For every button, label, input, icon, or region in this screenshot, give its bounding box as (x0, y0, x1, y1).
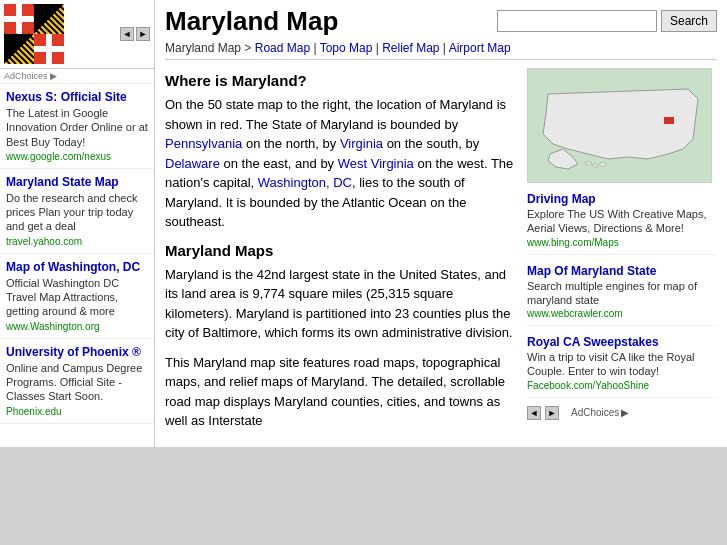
sidebar-item-map-of-washington-dc-link[interactable]: Map of Washington, DC (6, 260, 140, 274)
link-washington-dc[interactable]: Washington, DC (258, 175, 352, 190)
sidebar-next-arrow[interactable]: ► (136, 27, 150, 41)
breadcrumb-road-map[interactable]: Road Map (255, 41, 310, 55)
main-content: Maryland Map Search Maryland Map > Road … (155, 0, 727, 447)
right-ad-map-of-maryland-url: www.webcrawler.com (527, 308, 717, 319)
breadcrumb-topo-map[interactable]: Topo Map (320, 41, 373, 55)
search-area: Search (497, 10, 717, 32)
link-delaware[interactable]: Delaware (165, 156, 220, 171)
svg-marker-32 (543, 89, 698, 159)
breadcrumb-prefix: Maryland Map > (165, 41, 255, 55)
maryland-maps-body: Maryland is the 42nd largest state in th… (165, 265, 517, 343)
ad-choices-label[interactable]: AdChoices (4, 71, 48, 81)
where-is-maryland-body: On the 50 state map to the right, the lo… (165, 95, 517, 232)
breadcrumb: Maryland Map > Road Map | Topo Map | Rel… (165, 41, 717, 60)
sidebar-item-nexus-s: Nexus S: Official Site The Latest in Goo… (0, 84, 154, 169)
sidebar-item-map-of-washington-dc: Map of Washington, DC Official Washingto… (0, 254, 154, 339)
right-ad-royal-ca-link[interactable]: Royal CA Sweepstakes (527, 335, 659, 349)
right-ad-choices-label[interactable]: AdChoices (571, 407, 619, 418)
right-ad-map-of-maryland-link[interactable]: Map Of Maryland State (527, 264, 656, 278)
ad-info-icon[interactable]: ▶ (50, 71, 57, 81)
link-west-virginia[interactable]: West Virginia (338, 156, 414, 171)
right-ad-driving-map-desc: Explore The US With Creative Maps, Aeria… (527, 207, 717, 236)
content-area: Where is Maryland? On the 50 state map t… (165, 68, 717, 441)
where-is-maryland-heading: Where is Maryland? (165, 72, 517, 89)
right-ad-driving-map: Driving Map Explore The US With Creative… (527, 191, 717, 255)
sidebar-item-university-of-phoenix-link[interactable]: University of Phoenix ® (6, 345, 141, 359)
right-ad-driving-map-link[interactable]: Driving Map (527, 192, 596, 206)
breadcrumb-relief-map[interactable]: Relief Map (382, 41, 439, 55)
right-ad-driving-map-url: www.bing.com/Maps (527, 237, 717, 248)
right-ad-map-of-maryland: Map Of Maryland State Search multiple en… (527, 263, 717, 327)
svg-rect-2 (4, 16, 34, 22)
sidebar-item-map-of-washington-dc-url: www.Washington.org (6, 321, 148, 332)
link-pennsylvania[interactable]: Pennsylvania (165, 136, 242, 151)
right-ad-info-icon[interactable]: ▶ (621, 407, 629, 418)
right-ad-royal-ca-url: Facebook.com/YahooShine (527, 380, 717, 391)
right-column: Driving Map Explore The US With Creative… (527, 68, 717, 441)
right-ad-royal-ca: Royal CA Sweepstakes Win a trip to visit… (527, 334, 717, 398)
maryland-flag (4, 4, 64, 64)
sidebar-item-maryland-state-map: Maryland State Map Do the research and c… (0, 169, 154, 254)
sidebar-item-nexus-s-desc: The Latest in Google Innovation Order On… (6, 106, 148, 149)
text-column: Where is Maryland? On the 50 state map t… (165, 68, 517, 441)
sidebar-nav-arrows: ◄ ► (120, 27, 150, 41)
svg-rect-37 (600, 163, 606, 166)
search-input[interactable] (497, 10, 657, 32)
right-ad-map-of-maryland-desc: Search multiple engines for map of maryl… (527, 279, 717, 308)
sidebar-item-university-of-phoenix: University of Phoenix ® Online and Campu… (0, 339, 154, 424)
us-map-svg (528, 69, 711, 182)
sidebar-ad-choices: AdChoices ▶ (0, 69, 154, 84)
sidebar-item-nexus-s-link[interactable]: Nexus S: Official Site (6, 90, 127, 104)
svg-rect-30 (34, 46, 64, 52)
sidebar-item-map-of-washington-dc-desc: Official Washington DC Travel Map Attrac… (6, 276, 148, 319)
sidebar-prev-arrow[interactable]: ◄ (120, 27, 134, 41)
right-ad-choices: AdChoices ▶ (571, 407, 629, 418)
search-button[interactable]: Search (661, 10, 717, 32)
maryland-maps-heading: Maryland Maps (165, 242, 517, 259)
sidebar: ◄ ► AdChoices ▶ Nexus S: Official Site T… (0, 0, 155, 447)
sidebar-item-maryland-state-map-link[interactable]: Maryland State Map (6, 175, 119, 189)
sidebar-item-maryland-state-map-desc: Do the research and check prices Plan yo… (6, 191, 148, 234)
sidebar-item-maryland-state-map-url: travel.yahoo.com (6, 236, 148, 247)
svg-rect-36 (593, 164, 597, 167)
right-ad-royal-ca-desc: Win a trip to visit CA like the Royal Co… (527, 350, 717, 379)
right-ad-nav: ◄ ► AdChoices ▶ (527, 406, 717, 420)
main-header: Maryland Map Search (165, 6, 717, 37)
sidebar-item-university-of-phoenix-desc: Online and Campus Degree Programs. Offic… (6, 361, 148, 404)
sidebar-logo: ◄ ► (0, 0, 154, 69)
sidebar-item-nexus-s-url: www.google.com/nexus (6, 151, 148, 162)
sidebar-item-university-of-phoenix-url: Phoenix.edu (6, 406, 148, 417)
svg-rect-33 (664, 117, 674, 124)
page-title: Maryland Map (165, 6, 338, 37)
link-virginia[interactable]: Virginia (340, 136, 383, 151)
breadcrumb-airport-map[interactable]: Airport Map (449, 41, 511, 55)
right-ad-next-arrow[interactable]: ► (545, 406, 559, 420)
right-ad-prev-arrow[interactable]: ◄ (527, 406, 541, 420)
us-map-image (527, 68, 712, 183)
maryland-maps-body-2: This Maryland map site features road map… (165, 353, 517, 431)
svg-rect-35 (586, 162, 591, 165)
